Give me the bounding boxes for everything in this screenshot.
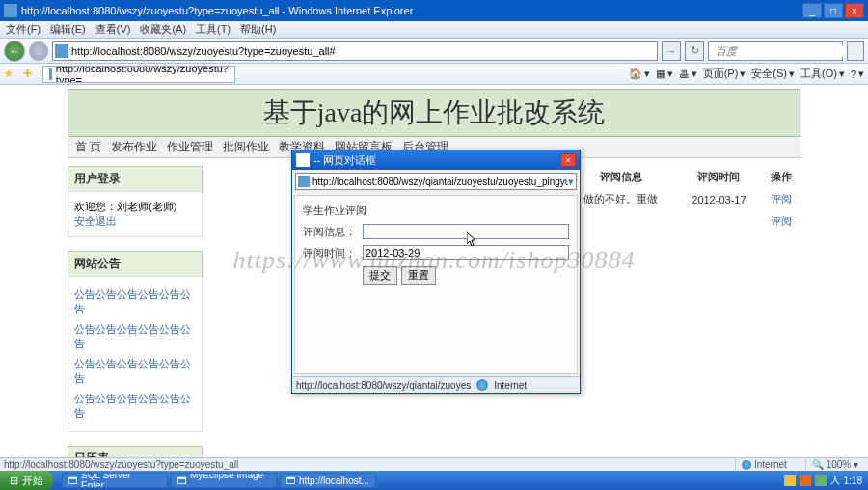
col-op: 操作: [761, 166, 800, 188]
home-dropdown[interactable]: 🏠▾: [629, 68, 650, 80]
favorites-icon[interactable]: ★: [4, 68, 17, 81]
globe-icon: [476, 379, 488, 391]
minimize-button[interactable]: _: [802, 3, 822, 18]
system-tray[interactable]: 人 1:18: [778, 474, 868, 487]
tools-menu[interactable]: 工具(O) ▾: [800, 67, 845, 81]
menu-view[interactable]: 查看(V): [95, 22, 131, 37]
toolbar: ★ ✚ http://localhost:8080/wszy/zuoyestu?…: [0, 64, 868, 85]
rss-dropdown[interactable]: ▦▾: [656, 68, 673, 80]
grade-link[interactable]: 评阅: [761, 210, 800, 232]
input-info[interactable]: [363, 224, 569, 239]
menu-tools[interactable]: 工具(T): [196, 22, 231, 37]
notice-line[interactable]: 公告公告公告公告公告公告: [74, 354, 196, 389]
dialog-content: 学生作业评阅 评阅信息： 评阅时间： 提交 重置: [294, 195, 578, 374]
tray-icon[interactable]: [800, 475, 811, 486]
add-favorite-icon[interactable]: ✚: [23, 68, 37, 81]
forward-button[interactable]: [29, 41, 48, 61]
label-time: 评阅时间：: [303, 246, 357, 260]
input-time[interactable]: [363, 245, 569, 260]
dialog-title-bar[interactable]: -- 网页对话框 ×: [292, 150, 580, 170]
cell-info: 做的不好。重做: [565, 188, 677, 210]
notice-line[interactable]: 公告公告公告公告公告公告: [74, 285, 196, 319]
title-bar: http://localhost:8080/wszy/zuoyestu?type…: [0, 0, 868, 21]
dropdown-icon[interactable]: ▾: [568, 176, 574, 188]
banner: 基于java的网上作业批改系统: [68, 89, 800, 137]
browser-tab[interactable]: http://localhost:8080/wszy/zuoyestu?type…: [42, 66, 235, 83]
status-zoom[interactable]: 🔍 100% ▾: [805, 459, 864, 470]
col-info: 评阅信息: [565, 166, 677, 188]
nav-manage[interactable]: 作业管理: [167, 139, 213, 155]
label-info: 评阅信息：: [303, 225, 357, 239]
welcome-text: 欢迎您：刘老师(老师): [74, 201, 176, 212]
search-input[interactable]: [716, 45, 850, 57]
ie-icon: [4, 4, 17, 17]
notice-head: 网站公告: [68, 251, 203, 276]
status-bar: http://localhost:8080/wszy/zuoyestu?type…: [0, 457, 868, 471]
close-button[interactable]: ×: [845, 3, 864, 18]
menu-favorites[interactable]: 收藏夹(A): [140, 22, 186, 37]
start-button[interactable]: ⊞ 开始: [0, 471, 53, 490]
status-zone: Internet: [735, 459, 793, 470]
menu-bar: 文件(F) 编辑(E) 查看(V) 收藏夹(A) 工具(T) 帮助(H): [0, 21, 868, 39]
back-button[interactable]: ←: [4, 41, 25, 62]
refresh-button[interactable]: ↻: [685, 41, 704, 61]
nav-home[interactable]: 首 页: [75, 139, 101, 155]
calendar-panel: 日历表 日 一 二 三 四 五 六 12: [68, 446, 203, 457]
login-panel: 用户登录 欢迎您：刘老师(老师) 安全退出: [68, 166, 203, 237]
login-head: 用户登录: [68, 166, 203, 191]
tab-icon: [49, 68, 52, 80]
dialog-title: -- 网页对话框: [313, 153, 560, 168]
nav-publish[interactable]: 发布作业: [111, 139, 157, 155]
print-dropdown[interactable]: 🖶▾: [679, 68, 697, 80]
cell-time: 2012-03-17: [677, 188, 761, 210]
tray-icon[interactable]: [815, 475, 827, 486]
dialog-address-bar[interactable]: ▾: [295, 173, 577, 190]
dialog-icon: [296, 153, 310, 167]
page-icon: [55, 44, 68, 58]
nav-bar: ← → ↻: [0, 39, 868, 64]
menu-file[interactable]: 文件(F): [6, 22, 41, 37]
notice-panel: 网站公告 公告公告公告公告公告公告 公告公告公告公告公告公告 公告公告公告公告公…: [68, 251, 203, 432]
nav-grade[interactable]: 批阅作业: [223, 139, 269, 155]
tray-icon[interactable]: [784, 475, 796, 486]
dialog-status-zone: Internet: [494, 380, 527, 391]
go-button[interactable]: →: [662, 41, 681, 61]
address-bar[interactable]: [52, 41, 658, 61]
tray-people: 人: [830, 474, 840, 487]
windows-icon: ⊞: [10, 475, 18, 487]
col-time: 评阅时间: [677, 166, 761, 188]
dialog-close-button[interactable]: ×: [560, 153, 576, 167]
taskbar: ⊞ 开始 🗔SQL Server Enter... 🗔MyEclipse Ima…: [0, 471, 868, 490]
tab-label: http://localhost:8080/wszy/zuoyestu?type…: [56, 66, 229, 83]
logout-link[interactable]: 安全退出: [74, 212, 117, 230]
taskbar-item[interactable]: 🗔SQL Server Enter...: [62, 473, 168, 488]
taskbar-item[interactable]: 🗔http://localhost...: [280, 473, 376, 488]
dialog-status-bar: http://localhost:8080/wszy/qiantai/zuoye…: [292, 376, 580, 393]
page-icon: [298, 176, 310, 187]
notice-line[interactable]: 公告公告公告公告公告公告: [74, 319, 196, 354]
grade-link[interactable]: 评阅: [761, 188, 800, 210]
menu-help[interactable]: 帮助(H): [240, 22, 276, 37]
search-button[interactable]: [847, 41, 864, 61]
maximize-button[interactable]: □: [824, 3, 843, 18]
site-title: 基于java的网上作业批改系统: [263, 95, 606, 131]
page-menu[interactable]: 页面(P) ▾: [703, 67, 746, 81]
search-box[interactable]: [708, 41, 843, 61]
calendar-head: 日历表: [68, 446, 203, 457]
window-title: http://localhost:8080/wszy/zuoyestu?type…: [21, 5, 802, 16]
web-dialog: -- 网页对话框 × ▾ 学生作业评阅 评阅信息： 评阅时间： 提交 重置 ht…: [291, 150, 581, 394]
notice-line[interactable]: 公告公告公告公告公告公告: [74, 389, 196, 423]
tray-clock: 1:18: [844, 476, 862, 486]
menu-edit[interactable]: 编辑(E): [50, 22, 86, 37]
reset-button[interactable]: 重置: [401, 266, 436, 285]
taskbar-item[interactable]: 🗔MyEclipse Image ...: [171, 473, 277, 488]
address-input[interactable]: [71, 43, 655, 59]
help-menu[interactable]: ? ▾: [851, 68, 864, 80]
dialog-status-path: http://localhost:8080/wszy/qiantai/zuoye…: [296, 380, 471, 391]
submit-button[interactable]: 提交: [363, 266, 397, 285]
dialog-section-title: 学生作业评阅: [303, 204, 569, 218]
safety-menu[interactable]: 安全(S) ▾: [751, 67, 795, 81]
dialog-url-input[interactable]: [312, 177, 568, 187]
status-path: http://localhost:8080/wszy/zuoyestu?type…: [4, 459, 238, 470]
